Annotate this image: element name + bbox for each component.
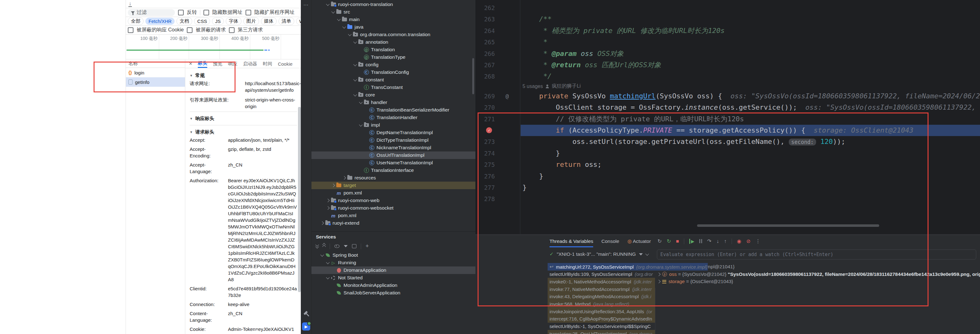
- filter-chip--[interactable]: 字体: [226, 17, 242, 25]
- debug-tab-threads-variables[interactable]: Threads & Variables: [549, 236, 593, 247]
- tree-item-pom-xml[interactable]: mpom.xml: [312, 189, 476, 197]
- line-number[interactable]: 269: [477, 91, 495, 102]
- tree-item-transconstant[interactable]: ITransConstant: [312, 83, 476, 91]
- usages-count[interactable]: 5 usages: [522, 83, 543, 89]
- third-party-checkbox[interactable]: [229, 27, 235, 33]
- tree-item-ruoyi-common-translation[interactable]: ruoyi-common-translation: [312, 1, 476, 8]
- line-number[interactable]: 277: [477, 182, 495, 193]
- tree-item-impl[interactable]: impl: [312, 121, 476, 129]
- chevron-down-icon[interactable]: [331, 10, 335, 13]
- code-line-264[interactable]: 264 * 桶类型为 private 的URL 修改为临时URL时长为120s: [476, 25, 980, 37]
- request-row-getInfo[interactable]: getInfo: [126, 77, 185, 87]
- code-line-269[interactable]: 269@ private SysOssVo matchingUrl(SysOss…: [476, 91, 980, 102]
- code-line-262[interactable]: 262: [476, 2, 980, 13]
- view-options-icon[interactable]: [334, 245, 339, 248]
- code-line-271[interactable]: 271 // 仅修改桶类型为 private 的URL，临时URL时长为120s: [476, 113, 980, 125]
- detail-scrollbar[interactable]: [298, 107, 301, 292]
- tree-item-translationbeanserializermodifier[interactable]: CTranslationBeanSerializerModifier: [312, 106, 476, 114]
- requests-table-header[interactable]: 名称: [126, 60, 185, 68]
- stack-frame-row[interactable]: invoke0:-1, NativeMethodAccessorImpl (jd…: [547, 278, 655, 285]
- chevron-down-icon[interactable]: [326, 276, 329, 279]
- code-line-276[interactable]: 276 }: [476, 171, 980, 182]
- chevron-down-icon[interactable]: [359, 100, 362, 104]
- tree-item-translationconfig[interactable]: CTranslationConfig: [312, 69, 476, 76]
- rerun-debug-icon[interactable]: ↻: [667, 238, 671, 244]
- line-number[interactable]: 265: [477, 37, 495, 48]
- tree-item-config[interactable]: config: [312, 61, 476, 69]
- hide-data-urls-checkbox[interactable]: [204, 10, 209, 15]
- more-tool-windows-icon[interactable]: ⋯: [303, 2, 309, 8]
- filter-chip-fetch-xhr[interactable]: Fetch/XHR: [145, 18, 175, 25]
- filter-chip--[interactable]: 文档: [177, 17, 192, 25]
- thread-chevron-icon[interactable]: [645, 252, 649, 256]
- blocked-cookies-checkbox[interactable]: [128, 27, 134, 33]
- tree-item-resources[interactable]: resources: [312, 174, 476, 182]
- line-number[interactable]: 278: [477, 193, 495, 205]
- tree-item-ruoyi-common-websocket[interactable]: ruoyi-common-websocket: [312, 204, 476, 212]
- tree-item-constant[interactable]: constant: [312, 76, 476, 83]
- line-number[interactable]: 268: [477, 71, 495, 82]
- tree-item-org-dromara-common-translation[interactable]: org.dromara.common.translation: [312, 31, 476, 38]
- request-row-login[interactable]: {}login: [126, 68, 185, 77]
- debug-tab-console[interactable]: Console: [601, 238, 619, 244]
- network-overview-timeline[interactable]: 100 毫秒200 毫秒300 毫秒400 毫秒500 毫秒: [126, 35, 301, 59]
- panel-divider[interactable]: [655, 288, 655, 334]
- code-line-278[interactable]: 278: [476, 193, 980, 205]
- variable-row[interactable]: storage = {OssClient@21043}: [657, 278, 733, 285]
- stack-frame-row[interactable]: selectUrlByIds:109, SysOssServiceImpl (o…: [547, 270, 655, 278]
- invert-checkbox[interactable]: [178, 10, 184, 15]
- variable-row[interactable]: poss = {SysOssVo@21042} "SysOssVo(ossId=…: [657, 270, 980, 278]
- detail-tab-标头[interactable]: 标头: [198, 60, 207, 68]
- tree-item-core[interactable]: core: [312, 91, 476, 99]
- breakpoint-icon[interactable]: ✓: [486, 127, 492, 133]
- chevron-down-icon[interactable]: [326, 260, 329, 264]
- tree-item-dicttypetranslationimpl[interactable]: CDictTypeTranslationImpl: [312, 136, 476, 144]
- build-hammer-icon[interactable]: [303, 311, 309, 318]
- chevron-down-icon[interactable]: [342, 25, 346, 28]
- line-number[interactable]: 271: [477, 113, 495, 125]
- hide-ext-urls-checkbox[interactable]: [245, 10, 251, 15]
- filter-chip--[interactable]: 图片: [243, 17, 259, 25]
- mute-breakpoints-icon[interactable]: ⊘: [746, 238, 751, 244]
- tree-item-translationtype[interactable]: @TranslationType: [312, 53, 476, 61]
- line-number[interactable]: 262: [477, 2, 495, 13]
- stack-frame-row[interactable]: selectUrlByIds:-1, SysOssServiceImpl$$Sp…: [547, 323, 655, 330]
- stack-frame-row[interactable]: intercept:716, CglibAopProxy$DynamicAdvi…: [547, 315, 655, 323]
- tree-item-ossurltranslationimpl[interactable]: COssUrlTranslationImpl: [312, 152, 476, 159]
- evaluate-expression-input[interactable]: Evaluate expression (Enter) or add a wat…: [657, 249, 976, 259]
- response-headers-section[interactable]: ▼响应标头: [190, 114, 297, 123]
- code-editor[interactable]: 262263 /**264 * 桶类型为 private 的URL 修改为临时U…: [476, 0, 980, 234]
- chevron-down-icon[interactable]: [348, 32, 352, 36]
- tree-item-main[interactable]: main: [312, 16, 476, 23]
- step-over-icon[interactable]: ↷: [707, 238, 711, 244]
- tree-item-ruoyi-extend[interactable]: ruoyi-extend: [312, 219, 476, 227]
- code-line-277[interactable]: 277}: [476, 182, 980, 193]
- tree-item-target[interactable]: target: [312, 182, 476, 189]
- more-icon[interactable]: ⋮: [756, 238, 760, 244]
- stack-frame-row[interactable]: invoke:43, DelegatingMethodAccessorImpl …: [547, 293, 655, 300]
- line-number[interactable]: 267: [477, 59, 495, 71]
- project-tree-scrollbar[interactable]: [472, 58, 474, 94]
- line-number[interactable]: 275: [477, 159, 495, 170]
- code-line-270[interactable]: 270 OssClient storage = OssFactory.insta…: [476, 102, 980, 113]
- code-line-266[interactable]: 266 * @param oss OSS对象: [476, 48, 980, 59]
- rerun-icon[interactable]: ↻: [657, 238, 662, 244]
- detail-tab-响应[interactable]: 响应: [228, 61, 237, 67]
- close-icon[interactable]: ×: [189, 61, 192, 67]
- pause-icon[interactable]: [699, 239, 702, 243]
- filter-chip--[interactable]: 清单: [278, 17, 294, 25]
- chevron-down-icon[interactable]: [326, 2, 329, 6]
- code-line-275[interactable]: 275 return oss;: [476, 159, 980, 170]
- line-number[interactable]: 266: [477, 48, 495, 59]
- filter-chip--[interactable]: 媒体: [261, 17, 277, 25]
- tree-item-dromaraapplication[interactable]: DromaraApplication: [312, 267, 476, 274]
- tree-item-not-started[interactable]: Not Started: [312, 274, 476, 281]
- filter-icon[interactable]: [344, 245, 348, 247]
- code-line-263[interactable]: 263 /**: [476, 13, 980, 25]
- chevron-right-icon[interactable]: [326, 206, 329, 209]
- detail-tab-启动器[interactable]: 启动器: [243, 61, 257, 67]
- tree-item-ruoyi-common-web[interactable]: ruoyi-common-web: [312, 197, 476, 204]
- stack-frame-row[interactable]: translation:25, OssUrlTranslationImpl (o…: [547, 330, 655, 334]
- chevron-right-icon[interactable]: [326, 198, 329, 202]
- line-number[interactable]: 276: [477, 171, 495, 182]
